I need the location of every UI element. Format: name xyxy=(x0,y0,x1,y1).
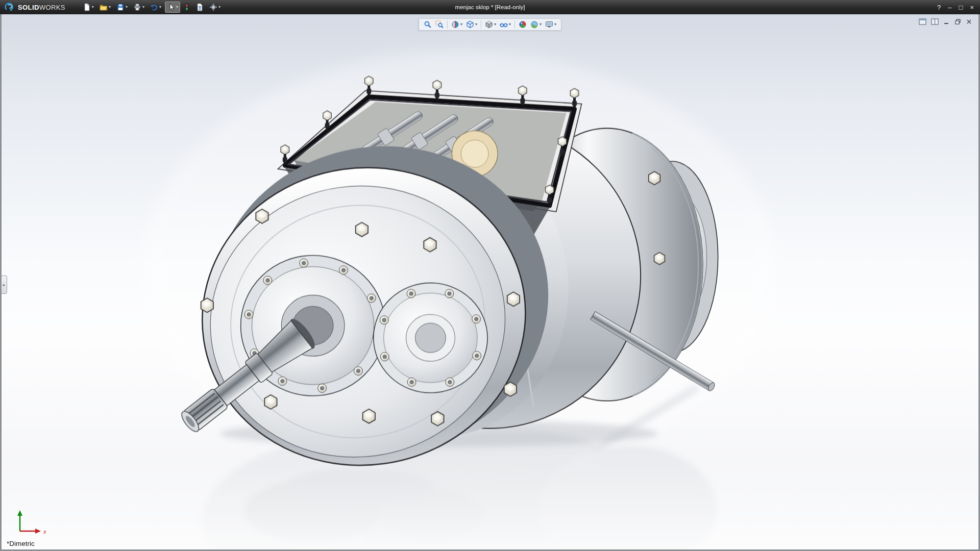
dropdown-arrow-icon[interactable]: ▾ xyxy=(494,22,496,27)
doc-minimize-icon xyxy=(943,18,950,25)
dropdown-arrow-icon[interactable]: ▾ xyxy=(126,5,128,9)
dropdown-arrow-icon[interactable]: ▾ xyxy=(109,5,111,9)
options-icon xyxy=(209,3,217,11)
view-orientation-icon xyxy=(466,20,474,29)
maximize-pane-icon xyxy=(919,18,926,25)
toolbar-separator xyxy=(447,20,448,29)
solidworks-brand: SOLIDWORKS xyxy=(4,3,65,12)
reflection-fade xyxy=(2,448,978,549)
window-title: menjac sklop * [Read-only] xyxy=(455,4,525,10)
new-document-icon xyxy=(83,3,91,11)
rebuild-button[interactable] xyxy=(182,2,192,13)
zoom-to-area-icon xyxy=(435,20,444,29)
triad-y-arrow xyxy=(17,510,22,516)
dropdown-arrow-icon[interactable]: ▾ xyxy=(540,22,542,27)
dropdown-arrow-icon[interactable]: ▾ xyxy=(509,22,511,27)
zoom-to-fit-button[interactable] xyxy=(423,20,433,29)
brand-text: SOLIDWORKS xyxy=(18,4,65,11)
print-icon xyxy=(133,3,141,11)
toolbar-separator xyxy=(481,20,481,29)
toolbar-separator xyxy=(514,20,515,29)
title-bar: SOLIDWORKS ▾ ▾ ▾ xyxy=(0,0,980,14)
edit-appearance-icon xyxy=(519,20,527,29)
dropdown-arrow-icon[interactable]: ▾ xyxy=(475,22,477,27)
3ds-logo-icon xyxy=(4,3,15,12)
triad-x-arrow xyxy=(35,529,41,534)
main-toolbar: ▾ ▾ ▾ ▾ xyxy=(81,2,223,13)
document-window-controls xyxy=(919,18,972,25)
triad-x-label: x xyxy=(43,529,46,535)
rebuild-traffic-light-icon xyxy=(184,3,190,11)
dropdown-arrow-icon[interactable]: ▾ xyxy=(176,5,178,9)
doc-restore-button[interactable] xyxy=(954,18,961,25)
save-icon xyxy=(116,3,125,11)
hide-show-items-icon xyxy=(500,20,508,29)
maximize-button[interactable]: □ xyxy=(959,4,963,11)
dropdown-arrow-icon[interactable]: ▾ xyxy=(92,5,94,9)
panel-expand-arrow-icon: ▸ xyxy=(3,283,5,287)
apply-scene-button[interactable]: ▾ xyxy=(529,20,543,29)
view-orientation-button[interactable]: ▾ xyxy=(465,20,478,29)
feature-panel-collapse-tab[interactable]: ▸ xyxy=(2,276,7,294)
file-properties-button[interactable] xyxy=(193,2,206,13)
doc-close-button[interactable] xyxy=(966,18,972,25)
options-button[interactable]: ▾ xyxy=(207,2,223,13)
graphics-viewport[interactable]: ▾ ▾ ▾ ▾ xyxy=(0,14,980,551)
help-button[interactable]: ? xyxy=(937,4,941,11)
view-settings-button[interactable]: ▾ xyxy=(544,20,557,29)
dropdown-arrow-icon[interactable]: ▾ xyxy=(460,22,462,27)
dropdown-arrow-icon[interactable]: ▾ xyxy=(142,5,144,9)
heads-up-view-toolbar: ▾ ▾ ▾ ▾ xyxy=(419,18,561,31)
edit-appearance-button[interactable] xyxy=(518,20,528,29)
split-pane-icon xyxy=(931,18,939,25)
new-document-button[interactable]: ▾ xyxy=(81,2,96,13)
view-orientation-label: *Dimetric xyxy=(7,540,35,547)
output-bearing-cover xyxy=(374,283,487,392)
print-button[interactable]: ▾ xyxy=(131,2,146,13)
open-button[interactable]: ▾ xyxy=(97,2,113,13)
doc-minimize-button[interactable] xyxy=(943,18,950,25)
undo-button[interactable]: ▾ xyxy=(148,2,163,13)
file-properties-icon xyxy=(195,3,204,11)
close-button[interactable]: × xyxy=(970,4,974,11)
split-pane-button[interactable] xyxy=(931,18,939,25)
doc-restore-icon xyxy=(954,18,961,25)
window-controls: ? – □ × xyxy=(937,4,976,11)
doc-close-icon xyxy=(966,18,972,25)
select-cursor-icon xyxy=(167,3,175,11)
minimize-button[interactable]: – xyxy=(948,4,951,11)
save-button[interactable]: ▾ xyxy=(114,2,130,13)
zoom-to-area-button[interactable] xyxy=(434,20,445,29)
undo-icon xyxy=(150,3,158,11)
solidworks-window: SOLIDWORKS ▾ ▾ ▾ xyxy=(0,0,980,551)
select-tool-button[interactable]: ▾ xyxy=(165,2,180,13)
display-style-button[interactable]: ▾ xyxy=(484,20,497,29)
view-settings-icon xyxy=(545,20,553,29)
dropdown-arrow-icon[interactable]: ▾ xyxy=(159,5,161,9)
hide-show-items-button[interactable]: ▾ xyxy=(499,20,512,29)
gearbox-assembly-3d-model[interactable] xyxy=(2,14,978,549)
open-folder-icon xyxy=(100,3,108,11)
dropdown-arrow-icon[interactable]: ▾ xyxy=(218,5,220,9)
orientation-triad: x xyxy=(13,507,51,536)
zoom-to-fit-icon xyxy=(424,20,432,29)
dropdown-arrow-icon[interactable]: ▾ xyxy=(554,22,556,27)
section-view-button[interactable]: ▾ xyxy=(450,20,463,29)
maximize-pane-button[interactable] xyxy=(919,18,926,25)
section-view-icon xyxy=(451,20,459,29)
display-style-icon xyxy=(485,20,493,29)
apply-scene-icon xyxy=(530,20,538,29)
